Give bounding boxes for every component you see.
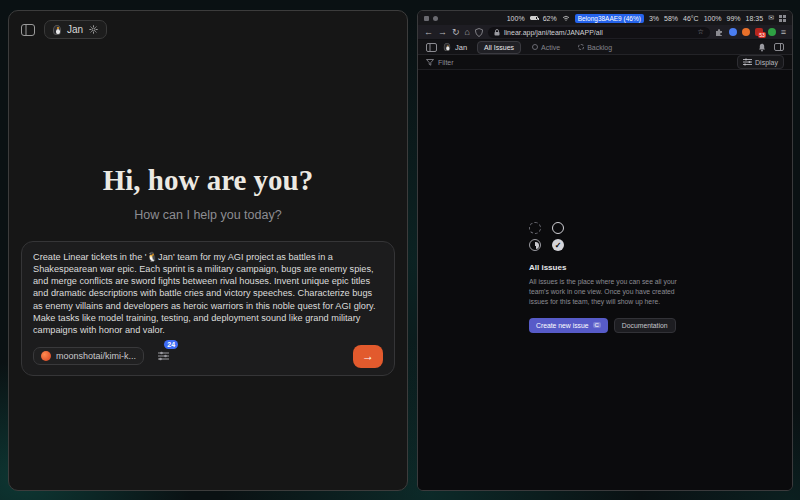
reload-button[interactable]: ↻ <box>452 28 460 37</box>
extension-icon-orange[interactable] <box>742 28 750 36</box>
all-issues-empty-state: ✓ All issues All issues is the place whe… <box>529 222 681 333</box>
grid-icon <box>779 15 786 22</box>
model-name: moonshotai/kimi-k... <box>56 351 136 361</box>
empty-state-description: All issues is the place where you can se… <box>529 277 681 308</box>
forward-button[interactable]: → <box>438 28 447 37</box>
empty-state-title: All issues <box>529 263 681 272</box>
chat-input-card[interactable]: Create Linear tickets in the '🐧Jan' team… <box>21 241 395 376</box>
linear-header: Jan All Issues Active Backlog <box>418 40 792 55</box>
greeting-heading: Hi, how are you? <box>9 164 407 197</box>
greeting-subheading: How can I help you today? <box>9 208 407 222</box>
tools-count-badge: 24 <box>164 340 178 349</box>
battery-icon <box>530 16 538 21</box>
tab-all-issues[interactable]: All Issues <box>477 41 521 54</box>
linear-view-tabs: All Issues Active Backlog <box>477 41 619 54</box>
mail-icon: ✉ <box>768 14 774 22</box>
tab-backlog[interactable]: Backlog <box>571 41 619 54</box>
status-item: 99% <box>727 15 741 22</box>
status-item: 3% <box>649 15 659 22</box>
tab-label: Backlog <box>587 44 612 51</box>
linear-main: ✓ All issues All issues is the place whe… <box>418 70 792 490</box>
status-item: 62% <box>543 15 557 22</box>
empty-state-actions: Create new issue C Documentation <box>529 318 681 333</box>
send-arrow-icon: → <box>362 349 374 363</box>
lock-icon <box>494 29 500 36</box>
extension-icon-blue[interactable] <box>729 28 737 36</box>
linear-team-selector[interactable]: Jan <box>443 42 467 52</box>
penguin-icon <box>53 25 61 35</box>
sidebar-toggle-icon[interactable] <box>21 24 35 36</box>
shortcut-key: C <box>593 322 601 328</box>
backlog-status-icon <box>578 44 584 50</box>
gear-icon[interactable] <box>89 25 98 34</box>
jan-topbar: Jan <box>9 11 407 48</box>
in-progress-status-icon <box>529 239 541 251</box>
extension-badge: 53 <box>758 32 766 39</box>
filter-icon <box>426 59 434 66</box>
status-indicators: 100% 62% Belong38AAE9 (46%) 3% 58% 46°C … <box>507 14 786 23</box>
moonshot-logo-icon <box>41 351 51 361</box>
send-button[interactable]: → <box>353 345 383 368</box>
display-button[interactable]: Display <box>737 55 784 69</box>
shield-icon[interactable] <box>475 28 483 37</box>
sliders-icon <box>158 351 169 361</box>
clock: 18:35 <box>746 15 764 22</box>
profile-avatar[interactable] <box>768 28 776 36</box>
tools-button[interactable]: 24 <box>158 347 169 365</box>
bookmark-star-icon[interactable]: ☆ <box>697 28 703 36</box>
jan-app-window: Jan Hi, how are you? How can I help you … <box>8 10 408 491</box>
penguin-icon <box>444 43 450 51</box>
menu-icon[interactable]: ≡ <box>781 28 786 37</box>
tray-icon <box>433 16 438 21</box>
linear-header-actions <box>758 43 784 52</box>
wifi-icon <box>562 15 570 21</box>
browser-window: 100% 62% Belong38AAE9 (46%) 3% 58% 46°C … <box>417 10 793 491</box>
model-selector[interactable]: moonshotai/kimi-k... <box>33 347 144 365</box>
create-new-issue-button[interactable]: Create new issue C <box>529 318 608 333</box>
linear-team-name: Jan <box>455 43 467 52</box>
assistant-name: Jan <box>67 24 83 35</box>
linear-filter-bar: Filter Display <box>418 55 792 70</box>
status-item: 100% <box>704 15 722 22</box>
system-status-bar: 100% 62% Belong38AAE9 (46%) 3% 58% 46°C … <box>418 11 792 25</box>
done-status-icon: ✓ <box>552 239 564 251</box>
network-badge: Belong38AAE9 (46%) <box>575 14 644 23</box>
issue-status-icons: ✓ <box>529 222 565 251</box>
tab-label: Active <box>541 44 560 51</box>
tab-label: All Issues <box>484 44 514 51</box>
desktop-background: Jan Hi, how are you? How can I help you … <box>0 0 800 500</box>
status-item: 100% <box>507 15 525 22</box>
display-sliders-icon <box>743 58 752 66</box>
documentation-button[interactable]: Documentation <box>614 318 676 333</box>
display-label: Display <box>755 59 778 66</box>
home-button[interactable]: ⌂ <box>465 28 470 37</box>
browser-toolbar: ← → ↻ ⌂ linear.app/jani/team/JANAPP/all … <box>418 25 792 40</box>
back-button[interactable]: ← <box>424 28 433 37</box>
create-new-issue-label: Create new issue <box>536 322 589 329</box>
assistant-selector[interactable]: Jan <box>44 20 107 39</box>
todo-status-icon <box>552 222 564 234</box>
extension-icon-red[interactable]: 53 <box>755 28 763 36</box>
filter-button[interactable]: Filter <box>438 59 454 66</box>
backlog-status-icon <box>529 222 541 234</box>
puzzle-extensions-icon[interactable] <box>715 28 724 37</box>
panel-toggle-icon[interactable] <box>774 43 784 51</box>
active-status-icon <box>532 44 538 50</box>
welcome-block: Hi, how are you? How can I help you toda… <box>9 164 407 222</box>
tray-icon <box>424 16 429 21</box>
url-text: linear.app/jani/team/JANAPP/all <box>504 29 603 36</box>
tab-active[interactable]: Active <box>525 41 567 54</box>
bell-icon[interactable] <box>758 43 766 52</box>
address-bar[interactable]: linear.app/jani/team/JANAPP/all ☆ <box>488 27 710 38</box>
status-item: 46°C <box>683 15 699 22</box>
chat-input-footer: moonshotai/kimi-k... 24 → <box>33 345 383 368</box>
chat-input-text[interactable]: Create Linear tickets in the '🐧Jan' team… <box>33 251 383 336</box>
status-item: 58% <box>664 15 678 22</box>
linear-sidebar-toggle-icon[interactable] <box>426 43 437 52</box>
